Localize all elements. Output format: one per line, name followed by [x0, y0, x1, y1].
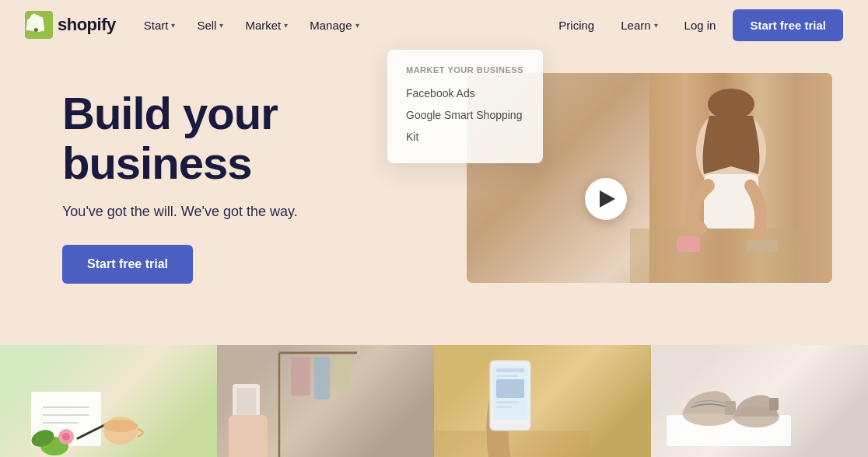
- svg-rect-27: [236, 388, 256, 416]
- svg-rect-24: [314, 357, 330, 399]
- bottom-image-coffee: [0, 345, 217, 457]
- svg-rect-2: [630, 228, 801, 283]
- hero-start-trial-button[interactable]: Start free trial: [62, 245, 193, 284]
- shoes-scene-icon: [651, 345, 807, 457]
- svg-rect-33: [496, 379, 524, 398]
- shopify-logo-icon: [25, 11, 53, 39]
- svg-rect-28: [229, 415, 268, 457]
- bottom-image-strip: [0, 345, 868, 457]
- brand-name: shopify: [58, 15, 116, 35]
- nav-start[interactable]: Start ▾: [135, 12, 185, 38]
- svg-point-7: [685, 221, 707, 236]
- logo-link[interactable]: shopify: [25, 11, 116, 39]
- svg-point-1: [34, 28, 38, 32]
- bottom-image-tablet: [217, 345, 434, 457]
- svg-rect-8: [677, 236, 700, 252]
- coffee-scene-icon: [0, 345, 156, 457]
- phone-scene-icon: [434, 345, 590, 457]
- play-icon: [600, 190, 615, 208]
- nav-links: Start ▾ Sell ▾ Market ▾ Manage ▾: [135, 12, 548, 38]
- nav-sell[interactable]: Sell ▾: [187, 12, 233, 38]
- svg-rect-25: [334, 357, 351, 392]
- navbar: shopify Start ▾ Sell ▾ Market ▾ Manage ▾…: [0, 0, 868, 50]
- svg-point-20: [62, 433, 70, 441]
- svg-rect-31: [496, 368, 524, 372]
- dropdown-category-label: Market your business: [406, 65, 524, 75]
- dropdown-item-facebook[interactable]: Facebook Ads: [406, 82, 524, 104]
- nav-start-trial-button[interactable]: Start free trial: [733, 9, 843, 41]
- svg-rect-36: [434, 431, 590, 457]
- svg-rect-41: [769, 398, 779, 410]
- chevron-down-icon: ▾: [171, 21, 175, 30]
- hero-left: Build your business You've got the will.…: [62, 65, 436, 284]
- nav-right: Pricing Learn ▾ Log in Start free trial: [548, 9, 843, 41]
- chevron-down-icon: ▾: [219, 21, 223, 30]
- dropdown-item-google[interactable]: Google Smart Shopping: [406, 104, 524, 126]
- svg-rect-32: [496, 375, 518, 377]
- tablet-scene-icon: [217, 345, 373, 457]
- svg-rect-23: [291, 357, 310, 396]
- nav-market[interactable]: Market ▾: [236, 12, 297, 38]
- hero-title: Build your business: [62, 89, 436, 188]
- svg-rect-34: [496, 401, 520, 403]
- dropdown-item-kit[interactable]: Kit: [406, 126, 524, 148]
- bottom-image-shoes: [651, 345, 868, 457]
- nav-pricing[interactable]: Pricing: [548, 12, 605, 38]
- svg-point-16: [103, 420, 138, 432]
- svg-rect-9: [747, 240, 778, 252]
- bottom-image-phone: [434, 345, 651, 457]
- svg-rect-35: [496, 406, 512, 408]
- nav-learn[interactable]: Learn ▾: [611, 12, 667, 38]
- nav-login[interactable]: Log in: [674, 12, 727, 38]
- chevron-down-icon: ▾: [355, 21, 359, 30]
- market-dropdown: Market your business Facebook Ads Google…: [387, 50, 543, 163]
- woman-figure: [630, 73, 801, 283]
- nav-manage[interactable]: Manage ▾: [300, 12, 368, 38]
- chevron-down-icon: ▾: [654, 21, 658, 30]
- chevron-down-icon: ▾: [284, 21, 288, 30]
- svg-point-5: [708, 89, 754, 120]
- video-play-button[interactable]: [585, 178, 627, 220]
- hero-subtitle: You've got the will. We've got the way.: [62, 204, 436, 220]
